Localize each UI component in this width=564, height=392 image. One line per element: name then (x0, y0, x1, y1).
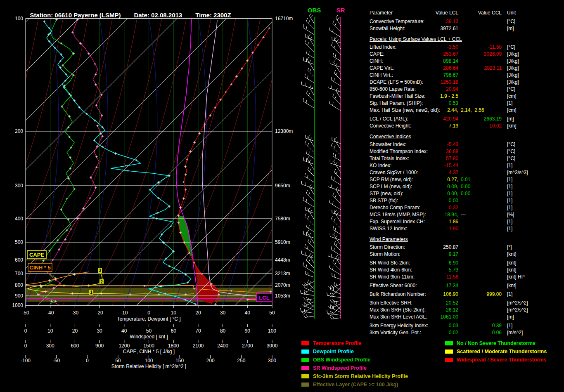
profile-legend-item: Effective Layer (CAPE >= 100 J/kg) (301, 380, 408, 389)
legend-swatch (301, 358, 309, 362)
legend-swatch (301, 349, 309, 354)
altitude-label: 1053m (275, 293, 290, 299)
unit-label: [1] (507, 323, 512, 328)
legend-label: Sfc-3km Storm Relative Helicity Profile (313, 373, 408, 379)
value-lcl: 1253.18 (370, 79, 458, 85)
table-row: Convective Temperature:39.13[°C] (370, 19, 564, 26)
cape-tick: 900 (95, 343, 104, 349)
unit-label: [°] (507, 244, 512, 250)
windspeed-tick: 100 (268, 328, 276, 334)
cinh-label-box-text: CINH * 5 (29, 264, 50, 271)
value-lcl: 6.90 (370, 260, 458, 266)
legend-label: OBS Windspeed Profile (313, 357, 371, 363)
value-lcl: -15.44 (370, 163, 458, 168)
section-header-text: Convective Indices (370, 134, 411, 139)
table-row: Max. Hail Size (new, new2, old):2.44,2.1… (370, 107, 564, 114)
unit-label: [1] (507, 100, 512, 106)
value-lcl: 0.32 (370, 205, 458, 210)
section-header: Convective Indices (370, 134, 564, 140)
value-lcl: 36.88 (370, 149, 458, 154)
unit-label: [m] (507, 116, 514, 122)
temperature-tick: 50 (269, 310, 275, 316)
srh-tick: 100 (145, 358, 153, 364)
cape-tick: 2100 (193, 343, 204, 349)
cape-tick: 2400 (217, 343, 228, 349)
value-lcl-extra: 0.01 (461, 177, 470, 182)
altitude-label: 2070m (275, 282, 290, 288)
value-lcl: 9.17 (370, 251, 458, 257)
table-row: CINH:898.14[J/kg] (370, 58, 564, 65)
table-row: SB STP (fix):0.00[1] (370, 198, 564, 205)
legend-swatch (445, 358, 453, 362)
value-ccl: 2663.19 (413, 116, 502, 122)
value-lcl-extra: 0.00 (461, 184, 470, 189)
table-row: SR Wind 9km-11km:11.56[knt] HP (370, 274, 564, 281)
time-title: Time: 2300Z (195, 12, 231, 19)
unit-label: [J/kg] (507, 58, 519, 64)
page-title: Station: 06610 Payerne (LSMP)Date: 02.08… (26, 5, 244, 19)
table-row: CAPE Virt.:286.642823.11[J/kg] (370, 65, 564, 72)
table-row: Storm Motion:9.17[knt] (370, 251, 564, 258)
srh-tick: 0 (86, 358, 89, 364)
sr-wind-barbs (327, 15, 341, 319)
unit-label: [1] (507, 219, 512, 224)
table-row: SR Wind 4km-6km:5.73[knt] (370, 267, 564, 274)
windspeed-tick: 10 (47, 328, 53, 334)
cape-tick: 1500 (143, 343, 154, 349)
unit-label: [1] (507, 198, 512, 203)
section-header-text: Parcels: Using Surface Values LCL + CCL (370, 36, 462, 42)
table-row: Modified Thompson Index:36.88[°C] (370, 149, 564, 156)
table-row: Sig. Hail Param. (SHIP):0.53[1] (370, 100, 564, 107)
altitude-label: 7580m (275, 216, 290, 222)
windspeed-tick: 80 (220, 328, 226, 334)
skewt-sounding-chart: 10016710m20012380m3009650m4007580m500591… (0, 0, 367, 392)
value-ccl: 999.00 (413, 291, 502, 297)
sr-wind-column: SR (327, 7, 345, 319)
altitude-label: 12380m (275, 128, 293, 134)
legend-label: Dewpoint Profile (313, 349, 354, 354)
table-row: Lifted Index:-3.50-11.58[°C] (370, 44, 564, 51)
severity-legend-item: No / Non Severe Thunderstorms (445, 339, 547, 347)
pressure-label: 900 (15, 293, 23, 299)
pressure-levels: 10016710m20012380m3009650m4007580m500591… (12, 16, 293, 308)
svg-text:2: 2 (100, 280, 103, 284)
temperature-tick: 10 (171, 310, 177, 316)
profile-legend: Temperature ProfileDewpoint ProfileOBS W… (301, 339, 408, 389)
windspeed-axis-label: Windspeed [ knt ] (130, 334, 168, 340)
severity-legend-item: Widespread / Severe Thunderstorms (445, 356, 547, 364)
unit-label: [knt] (507, 283, 517, 288)
unit-label: [°C] (507, 19, 515, 24)
table-row: CAPE:253.673026.09[J/kg] (370, 51, 564, 58)
legend-swatch (445, 349, 453, 354)
altitude-label: 3213m (275, 271, 290, 276)
value-lcl: 18.94, (370, 212, 458, 217)
unit-label: [knt] (507, 260, 517, 266)
value-lcl: 17.34 (370, 283, 458, 288)
cape-axis-label: CAPE, CINH * 5 [ J/kg ] (123, 349, 175, 354)
srh-axis-label: Storm Relative Helicity [ m^2/s^2 ] (111, 364, 186, 369)
table-row: MCS 18m/s (MMP, MSP):18.94,---[%] (370, 212, 564, 219)
unit-label: [1] (507, 291, 512, 297)
profiles (24, 18, 272, 305)
table-row: SCP LM (new, old):0.09,0.00[1] (370, 184, 564, 191)
value-lcl: 250.87 (370, 244, 458, 250)
value-lcl: -1.90 (370, 226, 458, 231)
table-row: Snowfall Height:3972.61[m] (370, 26, 564, 33)
temperature-tick: -40 (47, 310, 54, 316)
windspeed-tick: 90 (245, 328, 251, 334)
windspeed-tick: 60 (171, 328, 177, 334)
table-row: Convective Height:7.1910.02[km] (370, 123, 564, 130)
header-value-ccl: Value CCL (413, 10, 502, 16)
value-lcl: 26.12 (370, 307, 458, 313)
table-row: SR Wind Sfc-2km:6.90[knt] (370, 260, 564, 267)
table-row: LCL / CCL (AGL):420.942663.19[m] (370, 116, 564, 123)
unit-label: [1] (507, 177, 512, 182)
srh-tick: 200 (206, 358, 215, 364)
section-header: Parcels: Using Surface Values LCL + CCL (370, 36, 564, 43)
svg-text:3: 3 (99, 268, 101, 273)
cape-tick: 1200 (118, 343, 130, 349)
value-lcl: 0.00 (370, 198, 458, 203)
unit-label: [°C] (507, 44, 515, 50)
cape-tick: 2700 (242, 343, 253, 349)
unit-label: [m^3/s^3] (507, 170, 528, 175)
